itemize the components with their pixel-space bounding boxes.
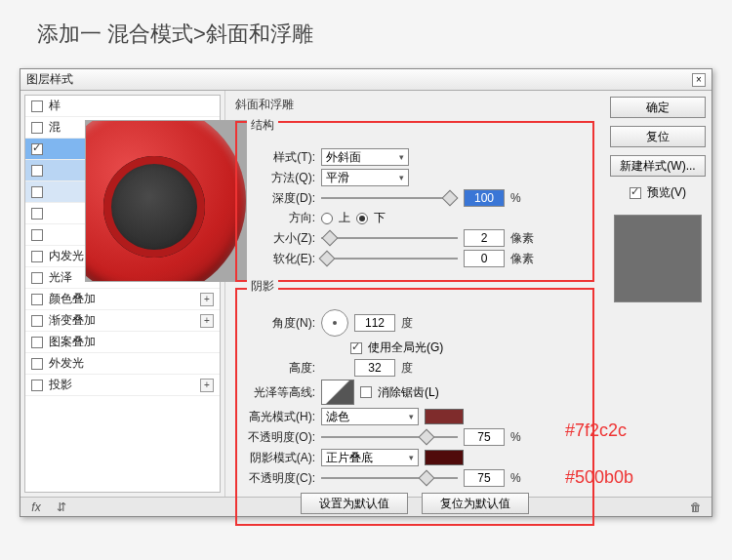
size-label: 大小(Z):	[247, 230, 315, 247]
chevron-down-icon: ▾	[399, 173, 404, 182]
ok-button[interactable]: 确定	[610, 97, 706, 118]
sidebar-item[interactable]: 样	[25, 96, 220, 117]
soften-input[interactable]: 0	[464, 250, 505, 267]
gloss-label: 光泽等高线:	[247, 384, 315, 401]
sidebar-item[interactable]: 颜色叠加+	[25, 289, 220, 310]
depth-slider[interactable]	[321, 191, 458, 205]
highlight-mode-select[interactable]: 滤色▾	[321, 408, 419, 425]
dir-down-radio[interactable]	[356, 213, 368, 224]
sidebar-item[interactable]: 外发光	[25, 353, 220, 375]
altitude-label: 高度:	[247, 360, 315, 377]
effect-checkbox[interactable]	[31, 122, 43, 134]
shadow-color[interactable]	[425, 450, 464, 465]
shadow-opacity-input[interactable]: 75	[464, 469, 505, 487]
effect-checkbox[interactable]	[31, 358, 43, 370]
highlight-opacity-label: 不透明度(O):	[247, 429, 315, 446]
method-label: 方法(Q):	[247, 170, 315, 186]
effect-label: 渐变叠加	[49, 312, 96, 329]
direction-label: 方向:	[247, 210, 315, 226]
sidebar-item[interactable]: 图案叠加	[25, 332, 220, 353]
titlebar[interactable]: 图层样式 ×	[20, 69, 712, 91]
plus-icon[interactable]: +	[200, 293, 214, 306]
effect-label: 光泽	[49, 269, 72, 286]
angle-input[interactable]: 112	[354, 314, 395, 332]
highlight-opacity-input[interactable]: 75	[464, 428, 505, 446]
dir-up-radio[interactable]	[321, 213, 333, 224]
set-default-button[interactable]: 设置为默认值	[301, 493, 408, 514]
preview-hole-shape	[103, 156, 205, 258]
effect-checkbox[interactable]	[31, 100, 43, 112]
effect-label: 混	[49, 119, 61, 136]
plus-icon[interactable]: +	[200, 379, 214, 392]
plus-icon[interactable]: +	[200, 314, 214, 328]
arrows-icon[interactable]: ⇵	[54, 500, 69, 514]
dir-down-label: 下	[374, 210, 386, 226]
annotation-highlight-color: #7f2c2c	[565, 420, 627, 441]
effect-checkbox[interactable]	[31, 294, 43, 305]
chevron-down-icon: ▾	[399, 152, 404, 162]
effect-checkbox[interactable]	[31, 337, 43, 348]
new-style-button[interactable]: 新建样式(W)...	[610, 155, 706, 177]
page-heading: 添加一 混合模式>斜面和浮雕	[37, 20, 313, 49]
layer-style-dialog: 图层样式 × 样混+++内发光光泽颜色叠加+渐变叠加+图案叠加外发光投影+ 斜面…	[20, 68, 712, 517]
gloss-contour[interactable]	[321, 380, 354, 405]
soften-label: 软化(E):	[247, 251, 315, 267]
method-select[interactable]: 平滑▾	[321, 169, 409, 186]
effect-checkbox[interactable]	[31, 380, 43, 391]
angle-unit: 度	[401, 315, 413, 332]
preview-label: 预览(V)	[647, 184, 686, 201]
style-label: 样式(T):	[247, 149, 315, 166]
dir-up-label: 上	[339, 210, 350, 226]
highlight-mode-value: 滤色	[326, 409, 349, 425]
shadow-opacity-slider[interactable]	[321, 471, 458, 485]
size-slider[interactable]	[321, 231, 458, 245]
fx-icon[interactable]: fx	[28, 500, 44, 514]
chevron-down-icon: ▾	[409, 412, 414, 421]
effect-checkbox[interactable]	[31, 315, 43, 327]
depth-label: 深度(D):	[247, 190, 315, 207]
method-value: 平滑	[326, 170, 349, 186]
preview-checkbox[interactable]	[630, 187, 641, 199]
altitude-unit: 度	[401, 360, 413, 377]
shadow-opacity-label: 不透明度(C):	[247, 470, 315, 487]
angle-dial[interactable]	[321, 309, 348, 337]
altitude-input[interactable]: 32	[354, 359, 395, 377]
shadow-opacity-unit: %	[510, 471, 521, 485]
highlight-color[interactable]	[425, 409, 464, 424]
cancel-button[interactable]: 复位	[610, 126, 706, 147]
effect-checkbox[interactable]	[31, 251, 43, 262]
sidebar-item[interactable]: 投影+	[25, 375, 220, 396]
effect-checkbox[interactable]	[31, 165, 43, 177]
style-select[interactable]: 外斜面▾	[321, 148, 409, 166]
antialias-checkbox[interactable]	[360, 386, 372, 398]
shading-legend: 阴影	[247, 278, 278, 295]
depth-unit: %	[510, 191, 521, 205]
effect-label: 图案叠加	[49, 334, 96, 350]
effect-checkbox[interactable]	[31, 229, 43, 241]
preview-swatch	[614, 215, 702, 302]
size-input[interactable]: 2	[464, 229, 505, 247]
effect-label: 内发光	[49, 248, 84, 264]
shadow-mode-select[interactable]: 正片叠底▾	[321, 449, 419, 466]
effect-label: 颜色叠加	[49, 291, 96, 307]
effect-label: 投影	[49, 377, 72, 393]
effect-checkbox[interactable]	[31, 186, 43, 198]
highlight-opacity-slider[interactable]	[321, 430, 458, 444]
angle-label: 角度(N):	[247, 315, 315, 332]
global-light-checkbox[interactable]	[350, 342, 362, 354]
soften-slider[interactable]	[321, 252, 458, 265]
structure-legend: 结构	[247, 117, 278, 134]
sidebar-item[interactable]: 渐变叠加+	[25, 310, 220, 332]
trash-icon[interactable]: 🗑	[688, 500, 704, 514]
effects-sidebar: 样混+++内发光光泽颜色叠加+渐变叠加+图案叠加外发光投影+	[20, 91, 225, 497]
shadow-mode-value: 正片叠底	[326, 450, 373, 466]
effect-checkbox[interactable]	[31, 208, 43, 220]
antialias-label: 消除锯齿(L)	[378, 384, 439, 401]
close-icon[interactable]: ×	[692, 73, 706, 87]
annotation-shadow-color: #500b0b	[565, 467, 633, 488]
depth-input[interactable]: 100	[464, 189, 505, 207]
reset-default-button[interactable]: 复位为默认值	[422, 493, 529, 514]
effect-checkbox[interactable]	[31, 143, 43, 155]
style-value: 外斜面	[326, 149, 361, 166]
effect-checkbox[interactable]	[31, 272, 43, 284]
